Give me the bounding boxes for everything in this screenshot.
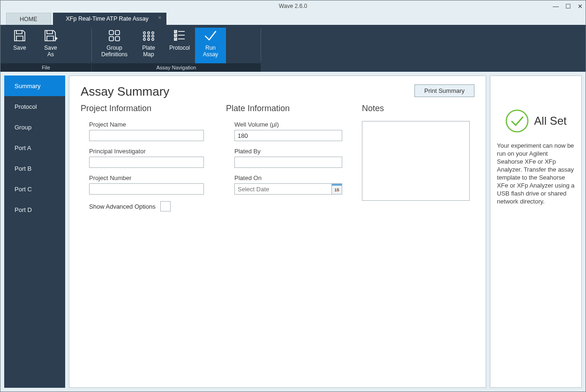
protocol-icon: [172, 29, 187, 43]
checkmark-icon: [505, 109, 529, 133]
right-panel: All Set Your experiment can now be run o…: [490, 75, 582, 388]
svg-point-11: [148, 38, 150, 40]
plate-map-label: Plate Map: [142, 45, 155, 58]
well-volume-input[interactable]: [234, 130, 342, 141]
sidebar-item-label: Port C: [15, 186, 32, 193]
run-assay-icon: [203, 29, 218, 43]
show-advanced-row: Show Advanced Options: [81, 201, 212, 211]
ribbon-spacer: [261, 25, 586, 72]
plate-info-heading: Plate Information: [226, 104, 348, 113]
ribbon-nav-label: Assay Navigation: [92, 63, 261, 72]
print-summary-label: Print Summary: [424, 87, 465, 94]
plated-on-field: 15: [234, 183, 342, 195]
run-assay-button[interactable]: Run Assay: [195, 28, 226, 63]
app-window: Wave 2.6.0 — ☐ ✕ HOME XFp Real-Time ATP …: [0, 0, 586, 392]
document-tabs: HOME XFp Real-Time ATP Rate Assay: [0, 12, 586, 25]
print-summary-button[interactable]: Print Summary: [414, 84, 474, 97]
principal-investigator-label: Principal Investigator: [89, 148, 212, 155]
sidebar-item-label: Port D: [15, 206, 32, 213]
svg-rect-2: [109, 37, 113, 41]
svg-rect-1: [115, 30, 120, 35]
tab-home[interactable]: HOME: [6, 13, 51, 25]
principal-investigator-input[interactable]: [89, 157, 204, 168]
close-button[interactable]: ✕: [578, 3, 583, 10]
summary-columns: Project Information Project Name Princip…: [81, 104, 474, 211]
svg-point-6: [152, 32, 154, 34]
notes-heading: Notes: [362, 104, 474, 113]
plate-map-icon: [141, 29, 156, 43]
save-button[interactable]: Save: [4, 28, 35, 63]
body: Summary Protocol Group Port A Port B Por…: [0, 72, 586, 392]
svg-point-10: [143, 38, 145, 40]
tab-active-label: XFp Real-Time ATP Rate Assay: [66, 15, 149, 22]
calendar-icon[interactable]: 15: [331, 184, 342, 194]
project-info-section: Project Information Project Name Princip…: [81, 104, 212, 211]
project-name-input[interactable]: [89, 130, 204, 141]
minimize-button[interactable]: —: [553, 3, 559, 10]
save-as-button[interactable]: Save As: [35, 28, 66, 63]
calendar-day: 15: [335, 188, 339, 192]
well-volume-label: Well Volume (µl): [234, 121, 348, 128]
title-bar: Wave 2.6.0 — ☐ ✕: [0, 0, 586, 12]
sidebar-item-port-a[interactable]: Port A: [4, 137, 65, 158]
sidebar-item-port-c[interactable]: Port C: [4, 179, 65, 199]
plated-by-label: Plated By: [234, 148, 348, 155]
group-definitions-button[interactable]: Group Definitions: [96, 28, 133, 63]
notes-section: Notes: [362, 104, 474, 211]
window-title: Wave 2.6.0: [279, 3, 307, 9]
protocol-button[interactable]: Protocol: [164, 28, 195, 63]
ribbon-group-file: Save Save As File: [0, 25, 91, 72]
save-icon: [12, 29, 27, 43]
save-label: Save: [13, 45, 26, 51]
svg-rect-0: [109, 30, 113, 35]
ribbon-group-nav: Group Definitions Plate Map: [92, 25, 261, 72]
svg-point-19: [506, 110, 528, 132]
save-as-icon: [43, 29, 58, 43]
project-info-heading: Project Information: [81, 104, 212, 113]
svg-point-12: [152, 38, 154, 40]
svg-point-5: [148, 32, 150, 34]
protocol-label: Protocol: [169, 45, 190, 51]
sidebar-item-label: Group: [15, 124, 31, 131]
sidebar-item-label: Port B: [15, 165, 31, 172]
group-definitions-icon: [107, 29, 122, 43]
sidebar: Summary Protocol Group Port A Port B Por…: [4, 75, 65, 388]
sidebar-item-label: Summary: [15, 83, 41, 90]
notes-textarea[interactable]: [362, 121, 470, 201]
sidebar-item-protocol[interactable]: Protocol: [4, 96, 65, 117]
plate-map-button[interactable]: Plate Map: [133, 28, 164, 63]
project-number-input[interactable]: [89, 183, 204, 195]
project-name-label: Project Name: [89, 121, 212, 128]
all-set-header: All Set: [497, 109, 575, 133]
show-advanced-checkbox[interactable]: [160, 201, 171, 211]
save-as-label: Save As: [44, 45, 57, 58]
all-set-body: Your experiment can now be run on your A…: [497, 142, 575, 205]
sidebar-item-group[interactable]: Group: [4, 117, 65, 137]
ribbon: Save Save As File Group Definitions: [0, 25, 586, 72]
svg-point-4: [143, 32, 145, 34]
svg-point-8: [148, 35, 150, 37]
window-controls: — ☐ ✕: [553, 0, 583, 12]
plate-info-section: Plate Information Well Volume (µl) Plate…: [226, 104, 348, 211]
sidebar-item-port-b[interactable]: Port B: [4, 158, 65, 179]
group-definitions-label: Group Definitions: [101, 45, 128, 58]
ribbon-file-label: File: [0, 63, 91, 72]
svg-rect-3: [115, 37, 120, 41]
main-panel: Assay Summary Print Summary Project Info…: [69, 75, 486, 388]
tab-active-assay[interactable]: XFp Real-Time ATP Rate Assay: [53, 13, 166, 25]
project-number-label: Project Number: [89, 174, 212, 181]
sidebar-item-label: Port A: [15, 144, 31, 151]
plated-on-label: Plated On: [234, 174, 348, 181]
sidebar-item-label: Protocol: [15, 103, 37, 110]
all-set-title: All Set: [534, 114, 566, 128]
plated-by-input[interactable]: [234, 157, 342, 168]
sidebar-item-summary[interactable]: Summary: [4, 75, 65, 96]
svg-point-9: [152, 35, 154, 37]
maximize-button[interactable]: ☐: [565, 3, 571, 10]
plated-on-input[interactable]: [234, 183, 342, 195]
show-advanced-label: Show Advanced Options: [89, 203, 156, 210]
sidebar-item-port-d[interactable]: Port D: [4, 199, 65, 220]
run-assay-label: Run Assay: [203, 45, 218, 58]
tab-home-label: HOME: [20, 16, 38, 23]
svg-point-7: [143, 35, 145, 37]
